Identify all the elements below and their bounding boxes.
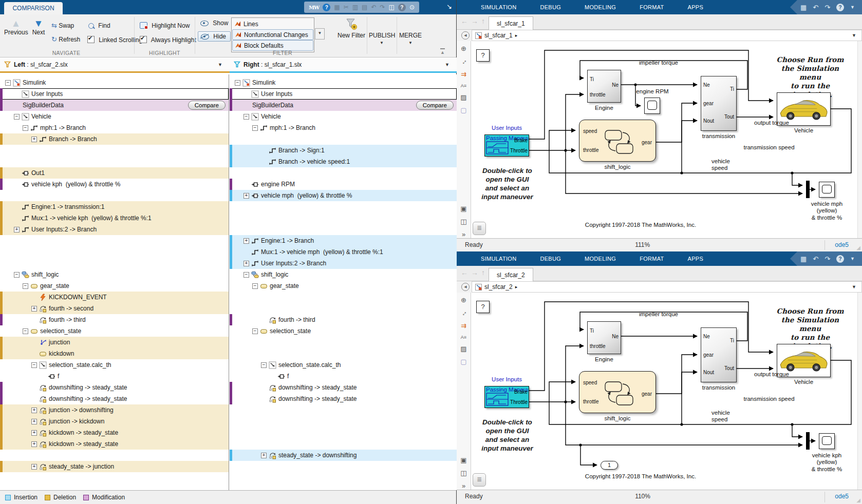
expander-minus-icon[interactable]: − (252, 328, 258, 334)
expander-plus-icon[interactable]: + (31, 137, 37, 142)
fit-to-view-icon[interactable]: ↔ (459, 308, 469, 318)
undo-icon[interactable]: ↶ (813, 255, 818, 263)
image-icon[interactable]: ▨ (460, 93, 466, 101)
tree-row[interactable]: Branch -> Sign:1 (230, 145, 457, 156)
chevron-down-icon[interactable]: ▼ (850, 5, 855, 10)
previous-button[interactable]: ▲ Previous (4, 18, 28, 36)
redo-icon[interactable]: ↷ (380, 2, 385, 13)
tree-row[interactable]: fourth -> third (230, 314, 457, 325)
breadcrumb[interactable]: sl_sfcar_2 ▸ ▼ (472, 281, 862, 293)
highlight-now-button[interactable]: Highlight Now (140, 22, 190, 29)
expander-plus-icon[interactable]: + (14, 227, 20, 232)
solver-link[interactable]: ode5 (835, 241, 849, 248)
chevron-down-icon[interactable]: ▼ (852, 284, 856, 289)
expander-plus-icon[interactable]: + (31, 408, 37, 413)
forward-icon[interactable]: → (471, 268, 478, 277)
tree-row[interactable]: downshifting -> steady_state (0, 382, 229, 393)
expander-plus-icon[interactable]: + (31, 430, 37, 436)
tree-row[interactable]: −gear_state (230, 280, 457, 292)
tree-row[interactable]: kickdown (0, 348, 229, 359)
tree-row[interactable]: −gear_state (0, 280, 229, 292)
expander-minus-icon[interactable]: − (243, 114, 249, 120)
save-icon[interactable]: ▦ (334, 2, 340, 13)
new-filter-button[interactable]: New Filter (337, 17, 366, 40)
tree-row[interactable]: +User Inputs:2 -> Branch (0, 224, 229, 235)
expander-minus-icon[interactable]: − (14, 272, 20, 278)
undo-icon[interactable]: ↶ (813, 4, 818, 11)
update-diagram-icon[interactable]: ⇉ (461, 322, 466, 329)
expander-minus-icon[interactable]: − (5, 80, 11, 86)
camera-icon[interactable]: ▣ (460, 205, 466, 212)
tree-row[interactable]: Mux:1 -> vehicle mph (yellow) & throttle… (230, 246, 457, 258)
compare-button[interactable]: Compare (416, 101, 454, 110)
ribbon-tab-debug[interactable]: DEBUG (528, 0, 573, 14)
double-click-annotation[interactable]: Double-click to open the GUI and select … (475, 167, 539, 202)
mathworks-logo-icon[interactable]: MW (309, 5, 319, 10)
tree-row[interactable]: SigBuilderDataCompare (0, 100, 229, 111)
ribbon-tab-simulation[interactable]: SIMULATION (469, 0, 528, 14)
swap-button[interactable]: ⇆ Swap (51, 22, 74, 29)
tree-row[interactable]: −Vehicle (0, 111, 229, 122)
tree-row[interactable]: −Simulink (230, 77, 457, 88)
tree-row[interactable]: +kickdown -> steady_state (0, 427, 229, 438)
help2-icon[interactable]: ? (398, 4, 406, 11)
compare-button[interactable]: Compare (188, 101, 226, 110)
area-icon[interactable]: ▢ (460, 358, 466, 365)
scope-block[interactable] (819, 433, 835, 449)
show-button[interactable]: Show (200, 20, 228, 27)
tree-row[interactable]: Out1 (0, 167, 229, 179)
expander-plus-icon[interactable]: + (31, 419, 37, 424)
expander-plus-icon[interactable]: + (31, 306, 37, 312)
ribbon-tab-format[interactable]: FORMAT (628, 0, 676, 14)
expander-minus-icon[interactable]: − (252, 283, 258, 289)
expander-minus-icon[interactable]: − (31, 362, 37, 368)
tab-comparison[interactable]: COMPARISON (4, 2, 63, 14)
zoom-in-icon[interactable]: ⊕ (461, 296, 466, 304)
tree-row[interactable]: +kickdown -> steady_state (0, 438, 229, 450)
resize-grip-icon[interactable]: ◢ (856, 497, 860, 503)
redo-icon[interactable]: ↷ (824, 255, 830, 263)
tree-row[interactable]: −mph:1 -> Branch (0, 122, 229, 133)
up-icon[interactable]: ↑ (481, 268, 485, 277)
dock-arrow-icon[interactable]: ↘ (446, 3, 452, 10)
expander-minus-icon[interactable]: − (23, 328, 28, 334)
user-inputs-signal-builder-block[interactable]: Passing Maneuver Brake Throttle (484, 134, 529, 157)
chevron-down-icon[interactable]: ▼ (445, 62, 449, 67)
copy-icon[interactable]: ▥ (352, 2, 358, 13)
ribbon-tab-simulation[interactable]: SIMULATION (469, 251, 528, 266)
help-icon[interactable]: ? (836, 4, 844, 11)
tree-row[interactable]: fourth -> third (0, 314, 229, 325)
transmission-block[interactable]: Ne gear Nout Ti Tout (701, 76, 737, 131)
ribbon-tab-modeling[interactable]: MODELING (573, 251, 628, 266)
tree-row[interactable]: −Simulink (0, 77, 229, 88)
explorer-toggle-icon[interactable]: ◀ (461, 283, 470, 291)
camera-icon[interactable]: ▣ (460, 456, 466, 464)
windows-icon[interactable]: ◫ (389, 2, 395, 13)
more-icon[interactable]: » (462, 230, 465, 238)
forward-icon[interactable]: → (471, 17, 478, 25)
outport-block[interactable]: 1 (601, 461, 618, 470)
tree-row[interactable]: downshifting -> steady_state (0, 393, 229, 404)
hide-button[interactable]: Hide (198, 31, 231, 42)
refresh-button[interactable]: ↻ Refresh (51, 35, 80, 43)
next-button[interactable]: ▼ Next (29, 18, 48, 36)
tree-row[interactable]: engine RPM (230, 179, 457, 190)
help-icon[interactable]: ? (836, 255, 844, 263)
save-icon[interactable]: ▦ (800, 255, 807, 263)
expander-minus-icon[interactable]: − (261, 362, 267, 368)
tree-row[interactable]: User Inputs (230, 88, 457, 100)
expander-plus-icon[interactable]: + (31, 464, 37, 470)
tree-row[interactable]: +junction -> downshifting (0, 404, 229, 416)
filter-list-dropdown[interactable]: ▼ (315, 28, 325, 40)
tree-row[interactable]: junction (0, 337, 229, 348)
tree-row[interactable]: downshifting -> steady_state (230, 382, 457, 393)
expander-minus-icon[interactable]: − (243, 272, 249, 278)
annotation-icon[interactable]: A≡ (461, 83, 466, 88)
data-browser-button[interactable]: ≣ (473, 473, 486, 487)
solver-link[interactable]: ode5 (835, 493, 849, 500)
tree-row[interactable]: −selection_state.calc_th (0, 359, 229, 371)
ribbon-tab-modeling[interactable]: MODELING (573, 0, 628, 14)
expander-minus-icon[interactable]: − (14, 114, 20, 120)
tree-row[interactable]: vehicle kph (yellow) & throttle % (0, 179, 229, 190)
more-icon[interactable]: ⊙ (409, 2, 415, 13)
